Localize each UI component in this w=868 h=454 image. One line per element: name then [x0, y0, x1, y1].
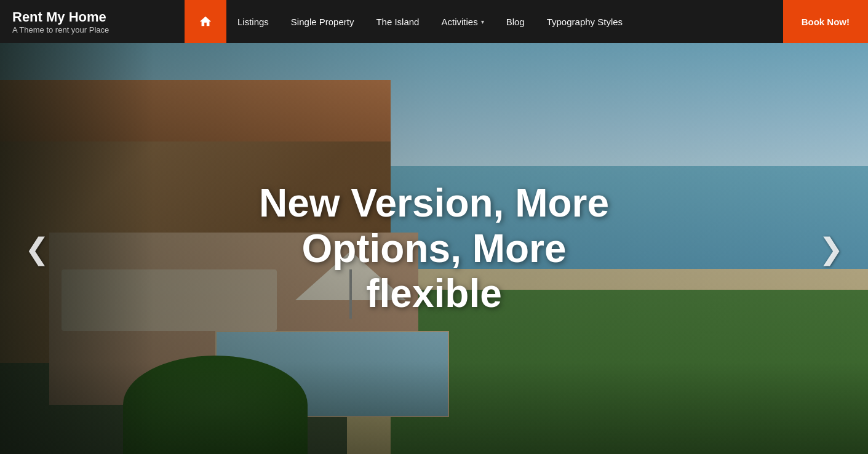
- nav-link-single-property[interactable]: Single Property: [280, 0, 365, 43]
- logo-subtitle: A Theme to rent your Place: [12, 25, 166, 34]
- nav-link-typography[interactable]: Typography Styles: [536, 0, 634, 43]
- home-nav-button[interactable]: [185, 0, 226, 43]
- header: Rent My Home A Theme to rent your Place …: [0, 0, 868, 43]
- nav-item-the-island[interactable]: The Island: [365, 0, 430, 43]
- nav-link-activities[interactable]: Activities ▾: [430, 0, 495, 43]
- main-nav: Listings Single Property The Island Acti…: [185, 0, 868, 43]
- nav-item-blog[interactable]: Blog: [495, 0, 536, 43]
- hero-headline: New Version, More Options, More flexible: [188, 181, 680, 317]
- nav-links: Listings Single Property The Island Acti…: [226, 0, 783, 43]
- slider-next-button[interactable]: ❯: [806, 225, 856, 272]
- nav-item-activities[interactable]: Activities ▾: [430, 0, 495, 43]
- nav-link-blog[interactable]: Blog: [495, 0, 536, 43]
- hero-headline-line2: flexible: [366, 271, 502, 316]
- hero-headline-line1: New Version, More Options, More: [259, 181, 609, 271]
- nav-link-the-island[interactable]: The Island: [365, 0, 430, 43]
- logo-area: Rent My Home A Theme to rent your Place: [0, 0, 185, 43]
- chevron-down-icon: ▾: [481, 18, 484, 25]
- slider-prev-button[interactable]: ❮: [12, 225, 62, 272]
- hero-section: New Version, More Options, More flexible…: [0, 43, 868, 454]
- hero-text-block: New Version, More Options, More flexible: [188, 181, 680, 317]
- nav-item-typography[interactable]: Typography Styles: [536, 0, 634, 43]
- nav-link-listings[interactable]: Listings: [226, 0, 280, 43]
- book-now-button[interactable]: Book Now!: [783, 0, 868, 43]
- home-icon: [199, 15, 212, 28]
- logo-title: Rent My Home: [12, 9, 166, 25]
- nav-item-single-property[interactable]: Single Property: [280, 0, 365, 43]
- nav-item-listings[interactable]: Listings: [226, 0, 280, 43]
